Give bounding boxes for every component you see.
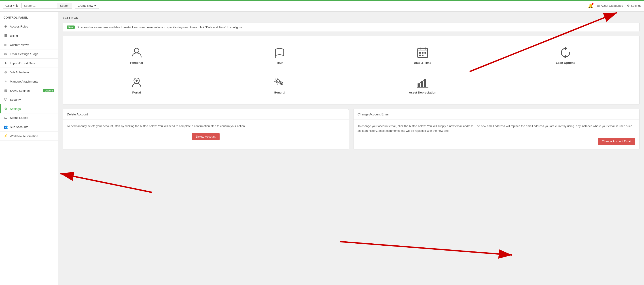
attachments-icon: ⌖ (4, 80, 8, 84)
svg-rect-7 (422, 52, 423, 54)
tile-general[interactable]: General (210, 72, 349, 98)
sidebar-item-manage-attachments[interactable]: ⌖ Manage Attachments (0, 77, 58, 86)
settings-grid: Personal Tour (62, 36, 640, 105)
sidebar-item-billing[interactable]: ☰ Billing (0, 31, 58, 40)
tile-general-label: General (274, 91, 285, 94)
grid-icon: ▦ (597, 4, 600, 8)
change-email-card: Change Account Email To change your acco… (353, 109, 640, 150)
saml-icon: ⊞ (4, 88, 8, 92)
sidebar-label-billing: Billing (10, 34, 18, 37)
tile-date-time[interactable]: Date & Time (353, 43, 492, 68)
delete-account-card: Delete Account To permanently delete you… (62, 109, 349, 150)
asset-selector[interactable]: Asset # ⇅ (3, 3, 20, 8)
sidebar-title: CONTROL PANEL (0, 14, 58, 22)
saml-enabled-badge: Enabled (43, 89, 54, 92)
info-banner: New Business hours are now available to … (62, 22, 640, 32)
delete-account-description: To permanently delete your account, star… (67, 124, 344, 129)
create-new-label: Create New (78, 4, 93, 8)
settings-topbar-link[interactable]: ⚙ Settings (627, 4, 641, 8)
settings-page-title: SETTINGS (62, 16, 640, 20)
svg-point-16 (281, 83, 282, 84)
sidebar-label-manage-attachments: Manage Attachments (10, 80, 38, 83)
settings-sidebar-icon: ⚙ (4, 107, 8, 111)
sidebar-label-job-scheduler: Job Scheduler (10, 71, 29, 74)
portal-icon (130, 76, 143, 88)
asset-categories-label: Asset Categories (601, 4, 623, 8)
svg-rect-8 (424, 52, 426, 54)
notification-dot (592, 3, 594, 5)
sidebar-label-import-export: Import/Export Data (10, 62, 35, 65)
topbar-right: 🔔 ▦ Asset Categories ⚙ Settings (588, 3, 641, 8)
topbar-green-line (0, 0, 644, 1)
sidebar-label-workflow-automation: Workflow Automation (10, 134, 38, 138)
svg-point-12 (136, 80, 138, 82)
sidebar-label-status-labels: Status Labels (10, 116, 28, 120)
notification-bell[interactable]: 🔔 (588, 3, 593, 8)
sidebar-item-status-labels[interactable]: 🏷 Status Labels (0, 114, 58, 122)
sidebar-item-security[interactable]: 🛡 Security (0, 95, 58, 104)
sidebar-label-settings: Settings (10, 107, 21, 110)
tile-asset-depreciation[interactable]: Asset Depreciation (353, 72, 492, 98)
new-badge: New (67, 26, 75, 29)
tour-icon (273, 46, 286, 59)
tile-personal-label: Personal (130, 61, 143, 64)
svg-rect-10 (422, 54, 423, 56)
tile-portal[interactable]: Portal (67, 72, 206, 98)
calendar-icon (416, 46, 429, 59)
svg-rect-6 (419, 52, 420, 54)
security-icon: 🛡 (4, 98, 8, 102)
sidebar-item-custom-views[interactable]: ◎ Custom Views (0, 40, 58, 50)
sidebar-label-sub-accounts: Sub Accounts (10, 125, 28, 129)
svg-point-0 (134, 48, 139, 53)
change-email-body: To change your account email, click the … (354, 120, 639, 149)
tile-loan-options-label: Loan Options (556, 61, 575, 64)
svg-rect-9 (419, 54, 420, 56)
search-button[interactable]: Search (57, 3, 72, 9)
main-content: SETTINGS New Business hours are now avai… (58, 12, 644, 285)
change-email-description: To change your account email, click the … (358, 124, 635, 133)
search-input[interactable] (22, 3, 57, 9)
change-email-button[interactable]: Change Account Email (598, 138, 635, 145)
refresh-icon (559, 46, 572, 59)
sidebar-label-security: Security (10, 98, 21, 101)
sidebar-item-import-export[interactable]: ⬇ Import/Export Data (0, 58, 58, 68)
sidebar-item-saml-settings[interactable]: ⊞ SAML Settings Enabled (0, 86, 58, 95)
tile-date-time-label: Date & Time (414, 61, 431, 64)
person-icon (130, 46, 143, 59)
workflow-icon: ⚡ (4, 134, 8, 138)
main-layout: CONTROL PANEL ⊕ Access Roles ☰ Billing ◎… (0, 12, 644, 285)
chevron-icon: ⇅ (16, 4, 18, 8)
empty-tile (496, 72, 635, 98)
svg-line-22 (280, 83, 280, 84)
tile-asset-depreciation-label: Asset Depreciation (409, 91, 436, 94)
sidebar: CONTROL PANEL ⊕ Access Roles ☰ Billing ◎… (0, 12, 58, 285)
svg-rect-25 (424, 79, 426, 87)
sidebar-item-access-roles[interactable]: ⊕ Access Roles (0, 22, 58, 31)
sub-accounts-icon: 👥 (4, 125, 8, 129)
sidebar-item-workflow-automation[interactable]: ⚡ Workflow Automation (0, 132, 58, 141)
asset-categories-link[interactable]: ▦ Asset Categories (597, 4, 623, 8)
sidebar-label-access-roles: Access Roles (10, 25, 28, 28)
tile-portal-label: Portal (132, 91, 141, 94)
banner-text: Business hours are now available to rest… (77, 26, 243, 29)
tile-personal[interactable]: Personal (67, 43, 206, 68)
create-new-button[interactable]: Create New ▾ (75, 3, 99, 9)
billing-icon: ☰ (4, 34, 8, 38)
custom-views-icon: ◎ (4, 43, 8, 47)
svg-line-21 (276, 79, 276, 80)
sidebar-label-email-settings: Email Settings / Logs (10, 52, 38, 56)
chevron-down-icon: ▾ (94, 4, 96, 8)
settings-topbar-label: Settings (631, 4, 641, 8)
tile-tour[interactable]: Tour (210, 43, 349, 68)
bar-chart-icon (416, 76, 429, 88)
gear-icon: ⚙ (627, 4, 630, 8)
sidebar-label-custom-views: Custom Views (10, 43, 29, 46)
sidebar-item-job-scheduler[interactable]: ⊙ Job Scheduler (0, 68, 58, 77)
sidebar-item-sub-accounts[interactable]: 👥 Sub Accounts (0, 122, 58, 132)
sidebar-label-saml-settings: SAML Settings (10, 89, 30, 92)
tile-loan-options[interactable]: Loan Options (496, 43, 635, 68)
gears-icon (273, 76, 286, 88)
sidebar-item-email-settings[interactable]: ✉ Email Settings / Logs (0, 50, 58, 58)
sidebar-item-settings[interactable]: ⚙ Settings (0, 104, 58, 114)
delete-account-button[interactable]: Delete Account (192, 133, 219, 140)
